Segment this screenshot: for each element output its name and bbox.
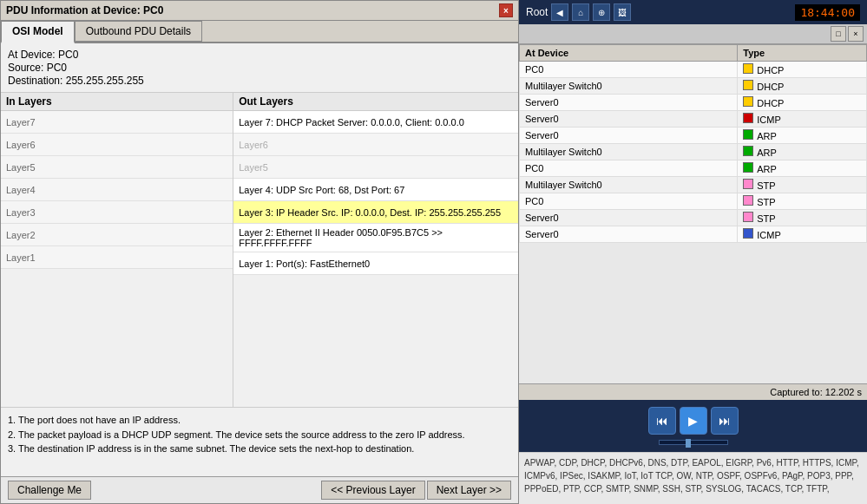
cell-device: Server0 <box>520 128 738 144</box>
cell-device: Multilayer Switch0 <box>520 177 738 193</box>
challenge-me-button[interactable]: Challenge Me <box>8 481 91 500</box>
pdu-tabs: OSI Model Outbound PDU Details <box>1 21 518 43</box>
table-row[interactable]: Multilayer Switch0DHCP <box>520 78 867 95</box>
event-table: At Device Type PC0DHCPMultilayer Switch0… <box>519 44 867 383</box>
next-layer-button[interactable]: Next Layer >> <box>427 481 511 500</box>
table-row[interactable]: PC0DHCP <box>520 62 867 78</box>
cell-type: DHCP <box>738 95 867 111</box>
type-color-dot <box>743 129 753 140</box>
type-color-dot <box>743 146 753 156</box>
cell-type: STP <box>738 193 867 210</box>
image-icon[interactable]: 🖼 <box>614 3 631 21</box>
out-layer-5: Layer5 <box>233 156 518 179</box>
in-layers-header: In Layers <box>1 93 233 111</box>
source: Source: PC0 <box>8 62 511 74</box>
cell-type: ARP <box>738 160 867 177</box>
in-layer-2: Layer2 <box>1 224 233 246</box>
cell-device: PC0 <box>520 193 738 210</box>
col-type: Type <box>738 45 867 62</box>
playback-forward-button[interactable]: ⏭ <box>711 407 739 435</box>
table-row[interactable]: Multilayer Switch0STP <box>520 177 867 193</box>
cell-device: Multilayer Switch0 <box>520 144 738 160</box>
globe-icon[interactable]: ⊕ <box>593 3 610 21</box>
out-layer-6: Layer6 <box>233 134 518 156</box>
in-layer-3: Layer3 <box>1 201 233 224</box>
table-row[interactable]: Server0ARP <box>520 128 867 144</box>
cell-device: PC0 <box>520 160 738 177</box>
cell-type: ICMP <box>738 226 867 243</box>
type-color-dot <box>743 96 753 107</box>
pdu-close-button[interactable]: × <box>499 3 513 17</box>
header-left: Root ◀ ⌂ ⊕ 🖼 <box>526 3 631 21</box>
type-color-dot <box>743 162 753 173</box>
close-button[interactable]: × <box>848 26 864 42</box>
in-layer-1: Layer1 <box>1 246 233 269</box>
in-layers: In Layers Layer7 Layer6 Layer5 Layer4 La… <box>1 93 233 407</box>
out-layer-3[interactable]: Layer 3: IP Header Src. IP: 0.0.0.0, Des… <box>233 201 518 224</box>
pdu-info: At Device: PC0 Source: PC0 Destination: … <box>1 43 518 93</box>
protocols-text: APWAP, CDP, DHCP, DHCPv6, DNS, DTP, EAPO… <box>524 458 859 494</box>
progress-bar <box>659 440 728 445</box>
playback-play-button[interactable]: ▶ <box>680 407 707 435</box>
out-layer-2[interactable]: Layer 2: Ethernet II Header 0050.0F95.B7… <box>233 224 518 252</box>
notes-area: 1. The port does not have an IP address.… <box>1 407 518 476</box>
captured-to-label: Captured to: <box>770 387 823 397</box>
in-layer-4: Layer4 <box>1 179 233 201</box>
type-color-dot <box>743 80 753 90</box>
protocols-area: APWAP, CDP, DHCP, DHCPv6, DNS, DTP, EAPO… <box>519 452 867 504</box>
type-color-dot <box>743 228 753 239</box>
out-layer-1[interactable]: Layer 1: Port(s): FastEthernet0 <box>233 252 518 275</box>
in-layer-7: Layer7 <box>1 111 233 134</box>
cell-type: STP <box>738 210 867 226</box>
table-row[interactable]: Multilayer Switch0ARP <box>520 144 867 160</box>
table-row[interactable]: Server0DHCP <box>520 95 867 111</box>
home-icon[interactable]: ⌂ <box>572 3 589 21</box>
cell-type: STP <box>738 177 867 193</box>
time-display: 18:44:00 <box>795 4 860 21</box>
type-color-dot <box>743 179 753 189</box>
note-3: 3. The destination IP address is in the … <box>8 442 511 456</box>
type-color-dot <box>743 63 753 74</box>
cell-type: DHCP <box>738 78 867 95</box>
table-row[interactable]: Server0ICMP <box>520 111 867 128</box>
tab-outbound-pdu[interactable]: Outbound PDU Details <box>75 21 202 42</box>
out-layers-header: Out Layers <box>233 93 518 111</box>
pdu-title-bar: PDU Information at Device: PC0 × <box>1 1 518 21</box>
root-label: Root <box>526 6 548 18</box>
layers-container: In Layers Layer7 Layer6 Layer5 Layer4 La… <box>1 93 518 407</box>
restore-button[interactable]: □ <box>831 26 846 42</box>
table-row[interactable]: PC0STP <box>520 193 867 210</box>
cell-type: ARP <box>738 128 867 144</box>
nav-buttons: << Previous Layer Next Layer >> <box>321 481 511 500</box>
tab-osi-model[interactable]: OSI Model <box>1 21 75 43</box>
type-color-dot <box>743 195 753 206</box>
col-at-device: At Device <box>520 45 738 62</box>
cell-type: ARP <box>738 144 867 160</box>
right-panel: Root ◀ ⌂ ⊕ 🖼 18:44:00 □ × At Device Type… <box>519 0 867 504</box>
in-layer-6: Layer6 <box>1 134 233 156</box>
table-row[interactable]: PC0ARP <box>520 160 867 177</box>
playback-area: ⏮ ▶ ⏭ <box>519 400 867 452</box>
captured-to-value: 12.202 s <box>825 387 862 397</box>
prev-layer-button[interactable]: << Previous Layer <box>321 481 424 500</box>
cell-device: Server0 <box>520 111 738 128</box>
table-row[interactable]: Server0ICMP <box>520 226 867 243</box>
bottom-bar: Challenge Me << Previous Layer Next Laye… <box>1 476 518 503</box>
cell-device: PC0 <box>520 62 738 78</box>
at-device: At Device: PC0 <box>8 49 511 61</box>
cell-type: DHCP <box>738 62 867 78</box>
table-row[interactable]: Server0STP <box>520 210 867 226</box>
pdu-panel: PDU Information at Device: PC0 × OSI Mod… <box>0 0 519 504</box>
type-color-dot <box>743 113 753 123</box>
in-layer-5: Layer5 <box>1 156 233 179</box>
playback-controls: ⏮ ▶ ⏭ <box>648 407 739 435</box>
out-layers: Out Layers Layer 7: DHCP Packet Server: … <box>233 93 518 407</box>
right-toolbar: □ × <box>519 24 867 44</box>
out-layer-7[interactable]: Layer 7: DHCP Packet Server: 0.0.0.0, Cl… <box>233 111 518 134</box>
progress-indicator <box>686 439 691 448</box>
captured-to: Captured to: 12.202 s <box>519 383 867 400</box>
out-layer-4[interactable]: Layer 4: UDP Src Port: 68, Dst Port: 67 <box>233 179 518 201</box>
cell-device: Server0 <box>520 95 738 111</box>
back-icon[interactable]: ◀ <box>551 3 568 21</box>
playback-back-button[interactable]: ⏮ <box>648 407 676 435</box>
